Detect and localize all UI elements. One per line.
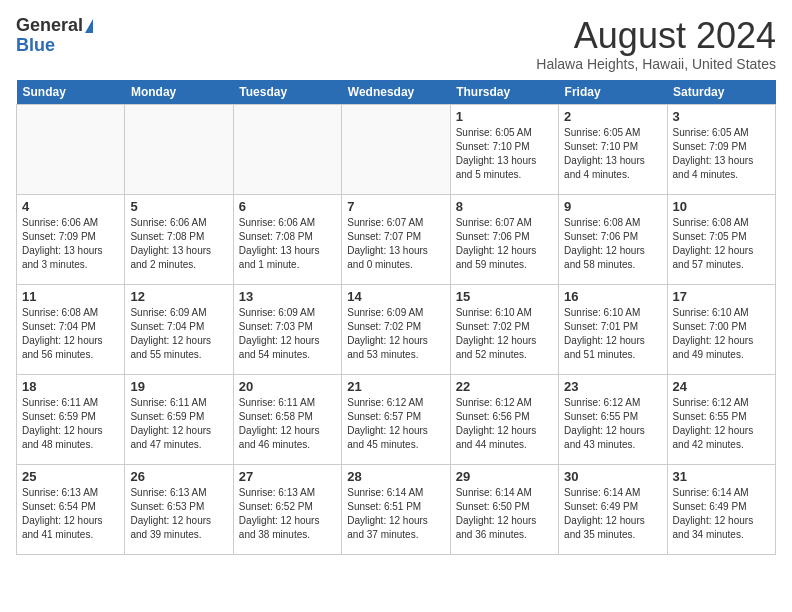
day-info: Sunrise: 6:08 AM Sunset: 7:05 PM Dayligh… xyxy=(673,216,770,272)
day-number: 16 xyxy=(564,289,661,304)
day-info: Sunrise: 6:06 AM Sunset: 7:08 PM Dayligh… xyxy=(130,216,227,272)
day-header-tuesday: Tuesday xyxy=(233,80,341,105)
day-info: Sunrise: 6:10 AM Sunset: 7:01 PM Dayligh… xyxy=(564,306,661,362)
day-number: 10 xyxy=(673,199,770,214)
day-info: Sunrise: 6:11 AM Sunset: 6:59 PM Dayligh… xyxy=(22,396,119,452)
day-number: 23 xyxy=(564,379,661,394)
day-number: 24 xyxy=(673,379,770,394)
logo-general-text: General xyxy=(16,16,83,36)
day-info: Sunrise: 6:14 AM Sunset: 6:49 PM Dayligh… xyxy=(564,486,661,542)
day-number: 18 xyxy=(22,379,119,394)
day-cell-25: 25Sunrise: 6:13 AM Sunset: 6:54 PM Dayli… xyxy=(17,464,125,554)
day-info: Sunrise: 6:10 AM Sunset: 7:00 PM Dayligh… xyxy=(673,306,770,362)
day-info: Sunrise: 6:11 AM Sunset: 6:59 PM Dayligh… xyxy=(130,396,227,452)
day-number: 9 xyxy=(564,199,661,214)
calendar-subtitle: Halawa Heights, Hawaii, United States xyxy=(536,56,776,72)
day-cell-28: 28Sunrise: 6:14 AM Sunset: 6:51 PM Dayli… xyxy=(342,464,450,554)
day-number: 1 xyxy=(456,109,553,124)
title-area: August 2024 Halawa Heights, Hawaii, Unit… xyxy=(536,16,776,72)
day-info: Sunrise: 6:06 AM Sunset: 7:08 PM Dayligh… xyxy=(239,216,336,272)
day-cell-empty-0-1 xyxy=(125,104,233,194)
day-header-sunday: Sunday xyxy=(17,80,125,105)
week-row-1: 1Sunrise: 6:05 AM Sunset: 7:10 PM Daylig… xyxy=(17,104,776,194)
day-cell-2: 2Sunrise: 6:05 AM Sunset: 7:10 PM Daylig… xyxy=(559,104,667,194)
day-header-saturday: Saturday xyxy=(667,80,775,105)
day-cell-12: 12Sunrise: 6:09 AM Sunset: 7:04 PM Dayli… xyxy=(125,284,233,374)
day-cell-4: 4Sunrise: 6:06 AM Sunset: 7:09 PM Daylig… xyxy=(17,194,125,284)
day-info: Sunrise: 6:08 AM Sunset: 7:06 PM Dayligh… xyxy=(564,216,661,272)
day-cell-20: 20Sunrise: 6:11 AM Sunset: 6:58 PM Dayli… xyxy=(233,374,341,464)
day-number: 29 xyxy=(456,469,553,484)
day-info: Sunrise: 6:06 AM Sunset: 7:09 PM Dayligh… xyxy=(22,216,119,272)
day-cell-26: 26Sunrise: 6:13 AM Sunset: 6:53 PM Dayli… xyxy=(125,464,233,554)
day-info: Sunrise: 6:12 AM Sunset: 6:57 PM Dayligh… xyxy=(347,396,444,452)
day-cell-8: 8Sunrise: 6:07 AM Sunset: 7:06 PM Daylig… xyxy=(450,194,558,284)
day-header-thursday: Thursday xyxy=(450,80,558,105)
day-number: 8 xyxy=(456,199,553,214)
day-number: 25 xyxy=(22,469,119,484)
day-number: 7 xyxy=(347,199,444,214)
week-row-2: 4Sunrise: 6:06 AM Sunset: 7:09 PM Daylig… xyxy=(17,194,776,284)
day-cell-6: 6Sunrise: 6:06 AM Sunset: 7:08 PM Daylig… xyxy=(233,194,341,284)
day-number: 20 xyxy=(239,379,336,394)
week-row-5: 25Sunrise: 6:13 AM Sunset: 6:54 PM Dayli… xyxy=(17,464,776,554)
day-number: 21 xyxy=(347,379,444,394)
day-info: Sunrise: 6:14 AM Sunset: 6:49 PM Dayligh… xyxy=(673,486,770,542)
day-cell-31: 31Sunrise: 6:14 AM Sunset: 6:49 PM Dayli… xyxy=(667,464,775,554)
day-number: 19 xyxy=(130,379,227,394)
day-cell-11: 11Sunrise: 6:08 AM Sunset: 7:04 PM Dayli… xyxy=(17,284,125,374)
page-header: General Blue August 2024 Halawa Heights,… xyxy=(16,16,776,72)
day-number: 27 xyxy=(239,469,336,484)
day-cell-27: 27Sunrise: 6:13 AM Sunset: 6:52 PM Dayli… xyxy=(233,464,341,554)
day-cell-15: 15Sunrise: 6:10 AM Sunset: 7:02 PM Dayli… xyxy=(450,284,558,374)
day-number: 6 xyxy=(239,199,336,214)
day-number: 28 xyxy=(347,469,444,484)
day-info: Sunrise: 6:05 AM Sunset: 7:10 PM Dayligh… xyxy=(456,126,553,182)
day-cell-1: 1Sunrise: 6:05 AM Sunset: 7:10 PM Daylig… xyxy=(450,104,558,194)
day-number: 12 xyxy=(130,289,227,304)
day-number: 26 xyxy=(130,469,227,484)
day-info: Sunrise: 6:05 AM Sunset: 7:09 PM Dayligh… xyxy=(673,126,770,182)
day-cell-21: 21Sunrise: 6:12 AM Sunset: 6:57 PM Dayli… xyxy=(342,374,450,464)
day-number: 17 xyxy=(673,289,770,304)
day-info: Sunrise: 6:12 AM Sunset: 6:56 PM Dayligh… xyxy=(456,396,553,452)
day-cell-10: 10Sunrise: 6:08 AM Sunset: 7:05 PM Dayli… xyxy=(667,194,775,284)
day-info: Sunrise: 6:13 AM Sunset: 6:52 PM Dayligh… xyxy=(239,486,336,542)
day-info: Sunrise: 6:12 AM Sunset: 6:55 PM Dayligh… xyxy=(673,396,770,452)
calendar-table: SundayMondayTuesdayWednesdayThursdayFrid… xyxy=(16,80,776,555)
week-row-3: 11Sunrise: 6:08 AM Sunset: 7:04 PM Dayli… xyxy=(17,284,776,374)
day-info: Sunrise: 6:14 AM Sunset: 6:50 PM Dayligh… xyxy=(456,486,553,542)
day-info: Sunrise: 6:07 AM Sunset: 7:07 PM Dayligh… xyxy=(347,216,444,272)
day-number: 14 xyxy=(347,289,444,304)
day-info: Sunrise: 6:13 AM Sunset: 6:53 PM Dayligh… xyxy=(130,486,227,542)
day-cell-24: 24Sunrise: 6:12 AM Sunset: 6:55 PM Dayli… xyxy=(667,374,775,464)
day-header-monday: Monday xyxy=(125,80,233,105)
day-cell-9: 9Sunrise: 6:08 AM Sunset: 7:06 PM Daylig… xyxy=(559,194,667,284)
logo: General Blue xyxy=(16,16,93,56)
day-number: 5 xyxy=(130,199,227,214)
day-cell-17: 17Sunrise: 6:10 AM Sunset: 7:00 PM Dayli… xyxy=(667,284,775,374)
day-number: 11 xyxy=(22,289,119,304)
week-row-4: 18Sunrise: 6:11 AM Sunset: 6:59 PM Dayli… xyxy=(17,374,776,464)
day-info: Sunrise: 6:12 AM Sunset: 6:55 PM Dayligh… xyxy=(564,396,661,452)
day-header-friday: Friday xyxy=(559,80,667,105)
day-info: Sunrise: 6:14 AM Sunset: 6:51 PM Dayligh… xyxy=(347,486,444,542)
day-number: 31 xyxy=(673,469,770,484)
day-cell-5: 5Sunrise: 6:06 AM Sunset: 7:08 PM Daylig… xyxy=(125,194,233,284)
day-info: Sunrise: 6:09 AM Sunset: 7:02 PM Dayligh… xyxy=(347,306,444,362)
day-number: 13 xyxy=(239,289,336,304)
day-info: Sunrise: 6:13 AM Sunset: 6:54 PM Dayligh… xyxy=(22,486,119,542)
day-info: Sunrise: 6:07 AM Sunset: 7:06 PM Dayligh… xyxy=(456,216,553,272)
day-number: 22 xyxy=(456,379,553,394)
day-cell-29: 29Sunrise: 6:14 AM Sunset: 6:50 PM Dayli… xyxy=(450,464,558,554)
day-cell-23: 23Sunrise: 6:12 AM Sunset: 6:55 PM Dayli… xyxy=(559,374,667,464)
day-info: Sunrise: 6:09 AM Sunset: 7:04 PM Dayligh… xyxy=(130,306,227,362)
day-cell-19: 19Sunrise: 6:11 AM Sunset: 6:59 PM Dayli… xyxy=(125,374,233,464)
day-cell-3: 3Sunrise: 6:05 AM Sunset: 7:09 PM Daylig… xyxy=(667,104,775,194)
day-info: Sunrise: 6:08 AM Sunset: 7:04 PM Dayligh… xyxy=(22,306,119,362)
logo-icon xyxy=(85,19,93,33)
day-cell-13: 13Sunrise: 6:09 AM Sunset: 7:03 PM Dayli… xyxy=(233,284,341,374)
day-cell-16: 16Sunrise: 6:10 AM Sunset: 7:01 PM Dayli… xyxy=(559,284,667,374)
day-header-wednesday: Wednesday xyxy=(342,80,450,105)
day-number: 3 xyxy=(673,109,770,124)
